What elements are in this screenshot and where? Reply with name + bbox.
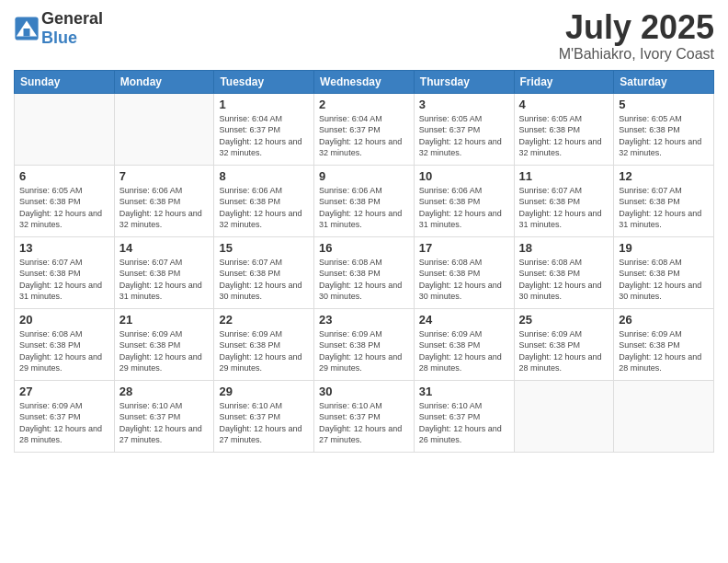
calendar-cell: 20Sunrise: 6:08 AMSunset: 6:38 PMDayligh… bbox=[15, 308, 115, 380]
day-detail: Sunrise: 6:10 AMSunset: 6:37 PMDaylight:… bbox=[419, 400, 509, 446]
calendar-cell: 21Sunrise: 6:09 AMSunset: 6:38 PMDayligh… bbox=[114, 308, 214, 380]
day-detail: Sunrise: 6:07 AMSunset: 6:38 PMDaylight:… bbox=[619, 185, 709, 231]
day-detail: Sunrise: 6:09 AMSunset: 6:37 PMDaylight:… bbox=[19, 400, 109, 446]
calendar-cell bbox=[614, 380, 714, 452]
calendar-cell: 28Sunrise: 6:10 AMSunset: 6:37 PMDayligh… bbox=[114, 380, 214, 452]
day-detail: Sunrise: 6:04 AMSunset: 6:37 PMDaylight:… bbox=[319, 113, 409, 159]
calendar-cell: 13Sunrise: 6:07 AMSunset: 6:38 PMDayligh… bbox=[15, 236, 115, 308]
day-number: 19 bbox=[619, 241, 709, 255]
day-detail: Sunrise: 6:09 AMSunset: 6:38 PMDaylight:… bbox=[119, 328, 210, 374]
calendar-cell: 15Sunrise: 6:07 AMSunset: 6:38 PMDayligh… bbox=[214, 236, 314, 308]
calendar-cell: 3Sunrise: 6:05 AMSunset: 6:37 PMDaylight… bbox=[414, 93, 514, 165]
calendar-cell bbox=[514, 380, 614, 452]
logo-general: General bbox=[41, 9, 103, 28]
day-detail: Sunrise: 6:10 AMSunset: 6:37 PMDaylight:… bbox=[319, 400, 409, 446]
day-detail: Sunrise: 6:05 AMSunset: 6:38 PMDaylight:… bbox=[619, 113, 709, 159]
calendar-cell: 18Sunrise: 6:08 AMSunset: 6:38 PMDayligh… bbox=[514, 236, 614, 308]
calendar-cell: 1Sunrise: 6:04 AMSunset: 6:37 PMDaylight… bbox=[214, 93, 314, 165]
day-detail: Sunrise: 6:05 AMSunset: 6:37 PMDaylight:… bbox=[419, 113, 509, 159]
day-detail: Sunrise: 6:04 AMSunset: 6:37 PMDaylight:… bbox=[219, 113, 309, 159]
day-number: 8 bbox=[219, 169, 309, 183]
day-detail: Sunrise: 6:09 AMSunset: 6:38 PMDaylight:… bbox=[519, 328, 609, 374]
day-detail: Sunrise: 6:06 AMSunset: 6:38 PMDaylight:… bbox=[419, 185, 509, 231]
day-number: 4 bbox=[519, 98, 609, 111]
logo-blue: Blue bbox=[41, 29, 77, 47]
calendar-cell: 25Sunrise: 6:09 AMSunset: 6:38 PMDayligh… bbox=[514, 308, 614, 380]
day-detail: Sunrise: 6:10 AMSunset: 6:37 PMDaylight:… bbox=[219, 400, 309, 446]
svg-rect-2 bbox=[24, 29, 30, 36]
day-number: 5 bbox=[619, 98, 709, 111]
weekday-header-thursday: Thursday bbox=[414, 70, 514, 93]
calendar-cell: 27Sunrise: 6:09 AMSunset: 6:37 PMDayligh… bbox=[15, 380, 115, 452]
day-number: 3 bbox=[419, 98, 509, 111]
day-detail: Sunrise: 6:06 AMSunset: 6:38 PMDaylight:… bbox=[219, 185, 309, 231]
calendar-cell: 10Sunrise: 6:06 AMSunset: 6:38 PMDayligh… bbox=[414, 165, 514, 236]
calendar-cell: 5Sunrise: 6:05 AMSunset: 6:38 PMDaylight… bbox=[614, 93, 714, 165]
weekday-header-saturday: Saturday bbox=[614, 70, 714, 93]
day-detail: Sunrise: 6:07 AMSunset: 6:38 PMDaylight:… bbox=[219, 257, 309, 303]
day-number: 17 bbox=[419, 241, 509, 255]
day-number: 26 bbox=[619, 313, 709, 327]
day-number: 2 bbox=[319, 98, 409, 111]
day-detail: Sunrise: 6:05 AMSunset: 6:38 PMDaylight:… bbox=[19, 185, 109, 231]
logo-icon bbox=[14, 16, 40, 41]
day-detail: Sunrise: 6:09 AMSunset: 6:38 PMDaylight:… bbox=[319, 328, 409, 374]
day-number: 31 bbox=[419, 385, 509, 398]
calendar-cell: 2Sunrise: 6:04 AMSunset: 6:37 PMDaylight… bbox=[314, 93, 415, 165]
weekday-header-friday: Friday bbox=[514, 70, 614, 93]
week-row-1: 1Sunrise: 6:04 AMSunset: 6:37 PMDaylight… bbox=[15, 93, 714, 165]
day-number: 24 bbox=[419, 313, 509, 327]
title-block: July 2025 M'Bahiakro, Ivory Coast bbox=[559, 9, 714, 63]
calendar-cell: 9Sunrise: 6:06 AMSunset: 6:38 PMDaylight… bbox=[314, 165, 415, 236]
calendar-cell: 24Sunrise: 6:09 AMSunset: 6:38 PMDayligh… bbox=[414, 308, 514, 380]
day-detail: Sunrise: 6:07 AMSunset: 6:38 PMDaylight:… bbox=[519, 185, 609, 231]
day-number: 27 bbox=[19, 385, 109, 398]
day-number: 16 bbox=[319, 241, 409, 255]
logo: General Blue bbox=[14, 9, 103, 48]
calendar-cell bbox=[15, 93, 115, 165]
calendar-cell: 17Sunrise: 6:08 AMSunset: 6:38 PMDayligh… bbox=[414, 236, 514, 308]
day-number: 22 bbox=[219, 313, 309, 327]
day-number: 25 bbox=[519, 313, 609, 327]
weekday-header-monday: Monday bbox=[114, 70, 214, 93]
calendar-cell: 16Sunrise: 6:08 AMSunset: 6:38 PMDayligh… bbox=[314, 236, 415, 308]
calendar-cell: 11Sunrise: 6:07 AMSunset: 6:38 PMDayligh… bbox=[514, 165, 614, 236]
day-number: 23 bbox=[319, 313, 409, 327]
day-detail: Sunrise: 6:08 AMSunset: 6:38 PMDaylight:… bbox=[19, 328, 109, 374]
day-detail: Sunrise: 6:06 AMSunset: 6:38 PMDaylight:… bbox=[119, 185, 210, 231]
weekday-header-sunday: Sunday bbox=[15, 70, 115, 93]
day-number: 20 bbox=[19, 313, 109, 327]
calendar-cell: 22Sunrise: 6:09 AMSunset: 6:38 PMDayligh… bbox=[214, 308, 314, 380]
calendar-cell: 4Sunrise: 6:05 AMSunset: 6:38 PMDaylight… bbox=[514, 93, 614, 165]
week-row-4: 20Sunrise: 6:08 AMSunset: 6:38 PMDayligh… bbox=[15, 308, 714, 380]
day-number: 29 bbox=[219, 385, 309, 398]
day-detail: Sunrise: 6:07 AMSunset: 6:38 PMDaylight:… bbox=[19, 257, 109, 303]
page: General Blue July 2025 M'Bahiakro, Ivory… bbox=[0, 0, 728, 563]
day-detail: Sunrise: 6:09 AMSunset: 6:38 PMDaylight:… bbox=[419, 328, 509, 374]
calendar-cell bbox=[114, 93, 214, 165]
day-detail: Sunrise: 6:08 AMSunset: 6:38 PMDaylight:… bbox=[619, 257, 709, 303]
main-title: July 2025 bbox=[559, 9, 714, 46]
day-detail: Sunrise: 6:10 AMSunset: 6:37 PMDaylight:… bbox=[119, 400, 210, 446]
day-number: 10 bbox=[419, 169, 509, 183]
calendar: SundayMondayTuesdayWednesdayThursdayFrid… bbox=[14, 70, 714, 453]
subtitle: M'Bahiakro, Ivory Coast bbox=[559, 46, 714, 63]
calendar-cell: 6Sunrise: 6:05 AMSunset: 6:38 PMDaylight… bbox=[15, 165, 115, 236]
calendar-cell: 8Sunrise: 6:06 AMSunset: 6:38 PMDaylight… bbox=[214, 165, 314, 236]
calendar-cell: 30Sunrise: 6:10 AMSunset: 6:37 PMDayligh… bbox=[314, 380, 415, 452]
calendar-cell: 7Sunrise: 6:06 AMSunset: 6:38 PMDaylight… bbox=[114, 165, 214, 236]
calendar-cell: 19Sunrise: 6:08 AMSunset: 6:38 PMDayligh… bbox=[614, 236, 714, 308]
day-number: 13 bbox=[19, 241, 109, 255]
calendar-cell: 26Sunrise: 6:09 AMSunset: 6:38 PMDayligh… bbox=[614, 308, 714, 380]
weekday-header-wednesday: Wednesday bbox=[314, 70, 415, 93]
day-detail: Sunrise: 6:05 AMSunset: 6:38 PMDaylight:… bbox=[519, 113, 609, 159]
day-detail: Sunrise: 6:08 AMSunset: 6:38 PMDaylight:… bbox=[519, 257, 609, 303]
calendar-cell: 29Sunrise: 6:10 AMSunset: 6:37 PMDayligh… bbox=[214, 380, 314, 452]
day-number: 11 bbox=[519, 169, 609, 183]
day-number: 7 bbox=[119, 169, 210, 183]
day-number: 6 bbox=[19, 169, 109, 183]
day-number: 30 bbox=[319, 385, 409, 398]
day-number: 14 bbox=[119, 241, 210, 255]
day-detail: Sunrise: 6:09 AMSunset: 6:38 PMDaylight:… bbox=[219, 328, 309, 374]
day-number: 12 bbox=[619, 169, 709, 183]
